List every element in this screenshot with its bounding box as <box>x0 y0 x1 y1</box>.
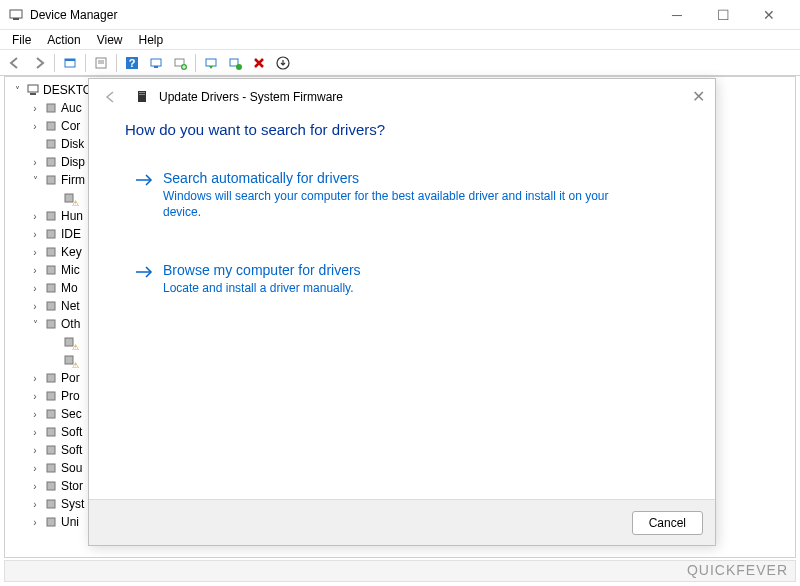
device-icon <box>61 334 77 350</box>
chevron-icon[interactable]: › <box>29 264 41 276</box>
device-icon <box>43 172 59 188</box>
device-icon <box>43 298 59 314</box>
svg-rect-20 <box>30 93 36 95</box>
dialog-close-button[interactable]: ✕ <box>687 85 709 107</box>
svg-rect-27 <box>47 212 55 220</box>
chevron-icon[interactable]: › <box>29 102 41 114</box>
device-icon <box>61 190 77 206</box>
window-title: Device Manager <box>30 8 117 22</box>
tree-item-label: Uni <box>61 515 79 529</box>
svg-rect-38 <box>47 410 55 418</box>
svg-rect-26 <box>65 194 73 202</box>
device-icon <box>43 442 59 458</box>
dialog-title: Update Drivers - System Firmware <box>159 90 343 104</box>
toolbar-uninstall[interactable] <box>224 52 246 74</box>
device-icon <box>43 316 59 332</box>
maximize-button[interactable]: ☐ <box>700 0 746 30</box>
chevron-icon[interactable]: › <box>29 498 41 510</box>
toolbar-action-info[interactable] <box>272 52 294 74</box>
dialog-back-button[interactable] <box>99 86 121 108</box>
device-icon <box>43 226 59 242</box>
chevron-icon[interactable]: › <box>29 372 41 384</box>
toolbar-forward[interactable] <box>28 52 50 74</box>
toolbar-properties[interactable] <box>90 52 112 74</box>
tree-item-label: Disp <box>61 155 85 169</box>
tree-item-label: Syst <box>61 497 84 511</box>
tree-item-label: IDE <box>61 227 81 241</box>
chevron-icon[interactable]: › <box>29 516 41 528</box>
device-icon <box>61 352 77 368</box>
toolbar-back[interactable] <box>4 52 26 74</box>
device-icon <box>43 118 59 134</box>
chevron-icon[interactable] <box>29 138 41 150</box>
chevron-icon[interactable]: ˅ <box>29 318 41 330</box>
toolbar-update-driver[interactable] <box>200 52 222 74</box>
svg-rect-19 <box>28 85 38 92</box>
cancel-button[interactable]: Cancel <box>632 511 703 535</box>
device-icon <box>43 514 59 530</box>
chevron-icon[interactable]: › <box>29 462 41 474</box>
chevron-icon[interactable]: ˅ <box>29 174 41 186</box>
svg-rect-30 <box>47 266 55 274</box>
toolbar-show-hidden[interactable] <box>59 52 81 74</box>
svg-rect-25 <box>47 176 55 184</box>
option-browse[interactable]: Browse my computer for drivers Locate an… <box>135 262 679 296</box>
chevron-icon[interactable]: › <box>29 300 41 312</box>
device-icon <box>43 244 59 260</box>
tree-item-label: Disk <box>61 137 84 151</box>
option-browse-desc: Locate and install a driver manually. <box>163 280 361 296</box>
svg-rect-0 <box>10 10 22 18</box>
svg-rect-3 <box>65 59 75 61</box>
svg-rect-9 <box>151 59 161 66</box>
chevron-icon[interactable]: › <box>29 408 41 420</box>
menu-view[interactable]: View <box>89 31 131 49</box>
toolbar-scan[interactable] <box>145 52 167 74</box>
chevron-icon[interactable]: › <box>29 210 41 222</box>
svg-rect-40 <box>47 446 55 454</box>
toolbar-add-legacy[interactable] <box>169 52 191 74</box>
chevron-icon[interactable]: › <box>29 426 41 438</box>
chevron-icon[interactable]: › <box>29 120 41 132</box>
svg-rect-44 <box>47 518 55 526</box>
option-search-auto-desc: Windows will search your computer for th… <box>163 188 623 220</box>
toolbar: ? <box>0 50 800 76</box>
status-bar <box>4 560 796 582</box>
title-bar: Device Manager ─ ☐ ✕ <box>0 0 800 30</box>
option-browse-title: Browse my computer for drivers <box>163 262 361 278</box>
menu-action[interactable]: Action <box>39 31 88 49</box>
arrow-right-icon <box>135 172 155 192</box>
svg-rect-29 <box>47 248 55 256</box>
close-button[interactable]: ✕ <box>746 0 792 30</box>
svg-point-17 <box>236 64 242 70</box>
toolbar-help[interactable]: ? <box>121 52 143 74</box>
tree-item-label: Cor <box>61 119 80 133</box>
tree-root-label: DESKTO <box>43 83 92 97</box>
device-icon <box>43 424 59 440</box>
tree-item-label: Key <box>61 245 82 259</box>
chevron-icon[interactable]: › <box>29 480 41 492</box>
chevron-icon[interactable]: › <box>29 390 41 402</box>
chevron-down-icon[interactable]: ˅ <box>11 84 23 96</box>
option-search-auto[interactable]: Search automatically for drivers Windows… <box>135 170 679 220</box>
tree-item-label: Hun <box>61 209 83 223</box>
svg-rect-47 <box>139 94 145 95</box>
svg-rect-35 <box>65 356 73 364</box>
device-icon <box>43 136 59 152</box>
chevron-icon[interactable]: › <box>29 282 41 294</box>
chevron-icon[interactable]: › <box>29 444 41 456</box>
chevron-icon[interactable]: › <box>29 228 41 240</box>
chevron-icon[interactable]: › <box>29 246 41 258</box>
tree-item-label: Stor <box>61 479 83 493</box>
chevron-icon[interactable]: › <box>29 156 41 168</box>
svg-rect-34 <box>65 338 73 346</box>
menu-help[interactable]: Help <box>131 31 172 49</box>
minimize-button[interactable]: ─ <box>654 0 700 30</box>
device-icon <box>43 478 59 494</box>
device-icon <box>43 460 59 476</box>
watermark: QUICKFEVER <box>687 562 788 578</box>
tree-item-label: Mo <box>61 281 78 295</box>
toolbar-disable[interactable] <box>248 52 270 74</box>
svg-rect-21 <box>47 104 55 112</box>
svg-rect-37 <box>47 392 55 400</box>
menu-file[interactable]: File <box>4 31 39 49</box>
